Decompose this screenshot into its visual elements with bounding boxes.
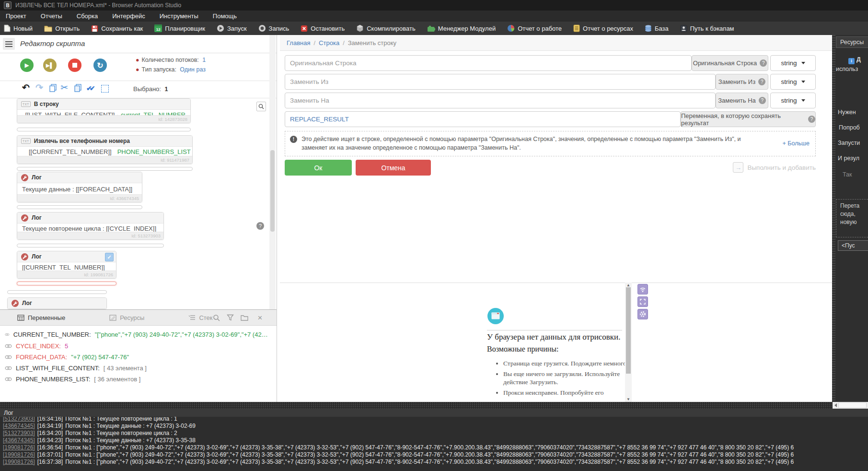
stop-button[interactable]: Остановить	[301, 25, 345, 32]
panel-resize-handle[interactable]	[832, 35, 835, 402]
help-icon[interactable]: ?	[760, 59, 767, 67]
menu-help[interactable]: Помощь	[213, 12, 237, 20]
redo-button[interactable]: ↷	[35, 83, 43, 92]
stop-script-button[interactable]	[68, 59, 81, 72]
horizontal-scrollbar[interactable]	[833, 402, 868, 409]
cancel-button[interactable]: Отмена	[356, 160, 431, 176]
play-button[interactable]: ▶	[20, 59, 34, 72]
menu-project[interactable]: Проект	[6, 12, 26, 20]
new-button[interactable]: Новый	[4, 24, 33, 32]
gear-icon[interactable]	[637, 309, 648, 319]
action-block-log-current[interactable]: Лог ✓ [[CURRENT_TEL_NUMBER]] Id: 1990817…	[17, 251, 116, 279]
variable-row[interactable]: FOREACH_DATA: "+7 (902) 547-47-76"	[5, 352, 270, 362]
help-icon[interactable]: ?	[808, 116, 815, 123]
editor-scrollbar[interactable]	[269, 35, 276, 309]
threads-value[interactable]: 1	[202, 57, 206, 63]
variable-row[interactable]: PHONE_NUMBERS_LIST: [ 36 элементов ]	[5, 374, 270, 384]
scroll-down-icon[interactable]: ▼	[625, 397, 632, 401]
replace-to-input[interactable]	[285, 93, 716, 108]
folder-icon[interactable]	[241, 315, 248, 321]
insert-indicator[interactable]	[17, 282, 116, 285]
record-button[interactable]: Запись	[258, 24, 289, 32]
save-as-button[interactable]: Сохранить как	[91, 25, 143, 32]
open-button[interactable]: Открыть	[44, 25, 80, 32]
drop-slot[interactable]	[17, 244, 164, 247]
preview-scrollbar[interactable]: ▲ ▼	[625, 283, 632, 402]
scroll-left-icon[interactable]	[834, 403, 837, 407]
hamburger-menu-icon[interactable]	[3, 38, 15, 50]
empty-resource-button[interactable]: <Пус	[838, 240, 868, 251]
restart-button[interactable]: ↻	[93, 59, 107, 72]
log-id-link[interactable]: [199081726]	[3, 451, 35, 458]
ok-button[interactable]: Ок	[285, 160, 352, 176]
menu-tools[interactable]: Инструменты	[160, 12, 198, 20]
menu-build[interactable]: Сборка	[77, 12, 98, 20]
original-string-input[interactable]	[285, 55, 692, 71]
compile-button[interactable]: Скомпилировать	[356, 24, 415, 32]
breadcrumb-string[interactable]: Строка	[319, 39, 339, 47]
work-report-button[interactable]: Отчет о работе	[507, 24, 562, 32]
panel-resize-strip[interactable]	[0, 402, 868, 409]
block-checkbox[interactable]: ✓	[105, 253, 114, 261]
resources-report-button[interactable]: Отчет о ресурсах	[573, 24, 633, 32]
resource-drop-zone[interactable]: Перета сюда, новую	[836, 199, 868, 237]
result-variable-input[interactable]	[285, 111, 681, 127]
proxy-icon[interactable]	[637, 284, 648, 294]
action-block-log-cycle[interactable]: Лог Текущее повторение цикла : [[CYCLE_I…	[17, 212, 164, 240]
undo-button[interactable]: ↶	[22, 83, 30, 92]
log-id-link[interactable]: [513273903]	[3, 417, 35, 422]
tab-resources-sidebar[interactable]: Ресурсы	[836, 36, 868, 48]
filter-icon[interactable]	[227, 314, 234, 321]
scrollbar-thumb[interactable]	[270, 150, 275, 232]
action-block-log-partial[interactable]: Лог	[7, 297, 107, 309]
log-id-link[interactable]: [436674345]	[3, 423, 35, 429]
paste-button[interactable]	[74, 84, 81, 92]
drop-slot[interactable]	[7, 290, 107, 294]
log-id-link[interactable]: [199081726]	[3, 459, 35, 465]
scrollbar-thumb[interactable]	[626, 287, 631, 374]
original-string-type-dropdown[interactable]: string	[770, 55, 816, 71]
search-blocks-button[interactable]	[256, 102, 266, 111]
variable-row[interactable]: CURRENT_TEL_NUMBER: "["phone","+7 (903) …	[5, 330, 270, 339]
drop-slot[interactable]	[17, 167, 193, 171]
scheduler-button[interactable]: 12 Планировщик	[154, 24, 205, 32]
more-link[interactable]: + Больше	[783, 140, 810, 147]
search-icon[interactable]	[213, 314, 220, 321]
tab-resources[interactable]: Ресурсы	[109, 314, 144, 321]
help-icon[interactable]: ?	[758, 78, 765, 85]
help-icon[interactable]: ?	[759, 97, 766, 104]
modules-manager-button[interactable]: Менеджер Модулей	[427, 24, 496, 32]
run-button[interactable]: Запуск	[217, 24, 247, 32]
variable-row[interactable]: CYCLE_INDEX: 5	[5, 341, 270, 351]
cut-button[interactable]: ✂	[60, 83, 68, 92]
log-id-link[interactable]: [513273903]	[3, 430, 35, 436]
backup-path-button[interactable]: Путь к бэкапам	[680, 25, 734, 32]
multi-check-button[interactable]: ✔✔	[86, 84, 93, 92]
action-block-extract-phones[interactable]: TXT Извлечь все телефонные номера [[CURR…	[17, 135, 193, 164]
copy-button[interactable]	[49, 84, 57, 92]
select-area-button[interactable]	[101, 85, 109, 93]
help-icon[interactable]: ?	[256, 222, 264, 230]
step-button[interactable]: ▶▌	[43, 59, 57, 72]
action-block-log-foreach[interactable]: Лог Текущие данные : [[FOREACH_DATA]] Id…	[17, 172, 142, 202]
menu-reports[interactable]: Отчеты	[41, 12, 62, 20]
close-icon[interactable]: ×	[258, 315, 263, 321]
variable-row[interactable]: LIST_WITH_FILE_CONTENT: [ 43 элемента ]	[5, 363, 270, 373]
replace-to-type-dropdown[interactable]: string	[770, 93, 816, 108]
action-block-to-string[interactable]: TXT В строку [[LIST_WITH_FILE_CONTENT]] …	[17, 98, 191, 123]
replace-from-type-dropdown[interactable]: string	[770, 74, 816, 90]
scroll-up-icon[interactable]: ▲	[625, 283, 632, 287]
drop-slot[interactable]	[17, 128, 191, 131]
breadcrumb-home[interactable]: Главная	[287, 39, 310, 47]
drop-slot[interactable]	[17, 205, 142, 209]
tab-variables[interactable]: Переменные	[17, 314, 65, 321]
log-id-link[interactable]: [436674345]	[3, 437, 35, 444]
replace-from-input[interactable]	[285, 74, 716, 90]
run-type-value[interactable]: Один раз	[180, 66, 206, 73]
menu-interface[interactable]: Интерфейс	[112, 12, 145, 20]
tab-stack[interactable]: Стек	[188, 314, 212, 321]
fullscreen-icon[interactable]	[637, 296, 648, 307]
execute-and-add-button[interactable]: → Выполнить и добавить	[733, 162, 816, 173]
database-button[interactable]: База	[645, 24, 669, 32]
log-id-link[interactable]: [199081726]	[3, 444, 35, 451]
